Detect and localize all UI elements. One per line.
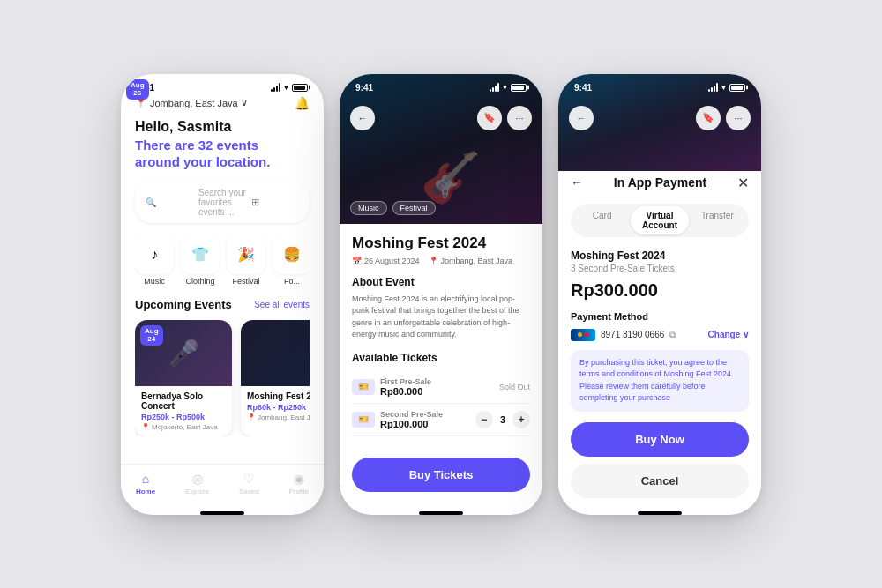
events-subtitle: There are 32 eventsaround your location. [135,137,310,171]
home-nav-icon: ⌂ [142,472,149,486]
nav-explore[interactable]: ◎ Explore [185,472,209,495]
phone-home: 9:41 ▾ 📍 Jombang, East Java ∨ 🔔 Hello, S… [121,74,324,515]
event-card-0[interactable]: Aug24 🎤 Bernadya Solo Concert Rp250k - R… [135,320,232,436]
search-placeholder: Search your favorites events ... [198,188,246,217]
status-bar-home: 9:41 ▾ [121,74,324,96]
signal-icon-payment [708,83,718,92]
about-section: About Event Moshing Fest 2024 is an elec… [352,276,530,341]
category-festival[interactable]: 🎉 Festival [227,235,265,286]
back-button[interactable]: ← [350,106,375,130]
more-options-button[interactable]: ··· [507,106,532,130]
signal-icon [271,83,280,92]
search-bar[interactable]: 🔍 Search your favorites events ... ⊞ [135,182,310,223]
change-payment-link[interactable]: Change ∨ [708,330,749,339]
payment-bookmark-button[interactable]: 🔖 [696,106,721,130]
events-list: Aug24 🎤 Bernadya Solo Concert Rp250k - R… [135,320,310,436]
time-detail: 9:41 [355,83,373,93]
nav-profile[interactable]: ◉ Profile [288,472,309,495]
profile-nav-icon: ◉ [294,472,304,486]
ticket-icon-0: 🎫 [352,379,375,395]
home-indicator [200,511,244,515]
quantity-control: − 3 + [475,411,530,428]
tab-card[interactable]: Card [573,206,631,234]
filter-icon[interactable]: ⊞ [251,197,299,208]
increase-qty-button[interactable]: + [512,411,530,428]
payment-modal-header: ← In App Payment ✕ [571,175,749,191]
hero-action-buttons: 🔖 ··· [477,106,532,130]
wifi-icon: ▾ [284,83,288,92]
dot-red [584,332,588,337]
bookmark-button[interactable]: 🔖 [477,106,502,130]
food-icon: 🍔 [273,235,310,274]
payment-back-button[interactable]: ← [571,175,583,190]
event-location-0: 📍 Mojokerto, East Java [141,423,226,431]
buy-now-button[interactable]: Buy Now [571,422,749,457]
payment-logo-dots [578,332,588,337]
nav-saved[interactable]: ♡ Saved [239,472,259,495]
nav-explore-label: Explore [185,488,209,495]
terms-text: By purchasing this ticket, you agree to … [579,357,740,405]
decrease-qty-button[interactable]: − [475,411,493,428]
order-event-name: Moshing Fest 2024 [571,249,749,262]
payment-close-button[interactable]: ✕ [737,175,749,191]
buy-tickets-button[interactable]: Buy Tickets [352,458,530,492]
cancel-button[interactable]: Cancel [571,464,749,498]
payment-hero-image: 9:41 ▾ ← 🔖 ··· [558,74,761,171]
terms-box: By purchasing this ticket, you agree to … [571,350,749,412]
calendar-icon: 📅 [352,257,362,265]
category-music[interactable]: ♪ Music [135,235,174,286]
qty-value: 3 [500,414,505,425]
home-indicator-2 [419,511,463,515]
ticket-status-0: Sold Out [499,383,530,391]
category-food[interactable]: 🍔 Fo... [273,235,310,286]
ticket-price-0: Rp80.000 [380,386,499,397]
tab-transfer[interactable]: Transfer [689,206,746,234]
va-info: 8971 3190 0666 ⧉ [571,329,676,341]
notification-bell-icon[interactable]: 🔔 [295,96,310,110]
category-list: ♪ Music 👕 Clothing 🎉 Festival 🍔 Fo... [135,235,310,286]
event-meta: 📅 26 August 2024 📍 Jombang, East Java [352,257,530,265]
see-all-link[interactable]: See all events [254,300,310,309]
tag-music: Music [350,201,387,215]
nav-profile-label: Profile [288,488,309,495]
event-location-1: 📍 Jombang, East Java [247,413,310,421]
event-card-1[interactable]: Aug26 Moshing Fest 2024 Rp80k - Rp250k 📍… [241,320,310,436]
battery-icon [292,84,308,92]
copy-icon[interactable]: ⧉ [669,330,676,340]
ticket-type-0: First Pre-Sale [380,377,499,386]
payment-more-button[interactable]: ··· [726,106,751,130]
payment-back-hero-button[interactable]: ← [569,106,594,130]
status-bar-detail: 9:41 ▾ [340,74,542,96]
phone-detail: 9:41 ▾ ← 🔖 ··· 🎸 Music [340,74,542,515]
category-label: Festival [232,277,259,286]
ticket-info-1: Second Pre-Sale Rp100.000 [380,410,475,429]
payment-tabs: Card Virtual Account Transfer [571,204,749,237]
event-tags: Music Festival [350,201,436,215]
tab-virtual-account[interactable]: Virtual Account [631,206,688,234]
category-clothing[interactable]: 👕 Clothing [181,235,220,286]
loc-pin-icon: 📍 [141,423,150,431]
payment-modal: ← In App Payment ✕ Card Virtual Account … [558,162,761,506]
detail-content: Moshing Fest 2024 📅 26 August 2024 📍 Jom… [340,224,542,443]
location-pin-icon: 📍 [429,257,438,265]
date-badge-0: Aug24 [140,325,163,346]
greeting-text: Hello, Sasmita [135,119,310,135]
category-label: Fo... [284,277,300,286]
location-display[interactable]: 📍 Jombang, East Java ∨ [135,97,248,108]
ticket-row-1: 🎫 Second Pre-Sale Rp100.000 − 3 + [352,404,530,436]
order-summary: Moshing Fest 2024 3 Second Pre-Sale Tick… [571,249,749,301]
music-icon: ♪ [135,235,174,274]
loc-pin-icon: 📍 [247,413,256,421]
va-number: 8971 3190 0666 [601,330,664,339]
status-icons-detail: ▾ [490,83,527,92]
ticket-info-0: First Pre-Sale Rp80.000 [380,377,499,397]
tag-festival: Festival [392,201,436,215]
status-icons-payment: ▾ [708,83,745,92]
event-image-1: Aug26 [241,320,310,386]
dot-yellow [578,332,582,337]
nav-home[interactable]: ⌂ Home [136,472,155,495]
location-row: 📍 Jombang, East Java ∨ 🔔 [135,96,310,110]
nav-saved-label: Saved [239,488,259,495]
about-title: About Event [352,276,530,288]
festival-icon: 🎉 [227,235,265,274]
